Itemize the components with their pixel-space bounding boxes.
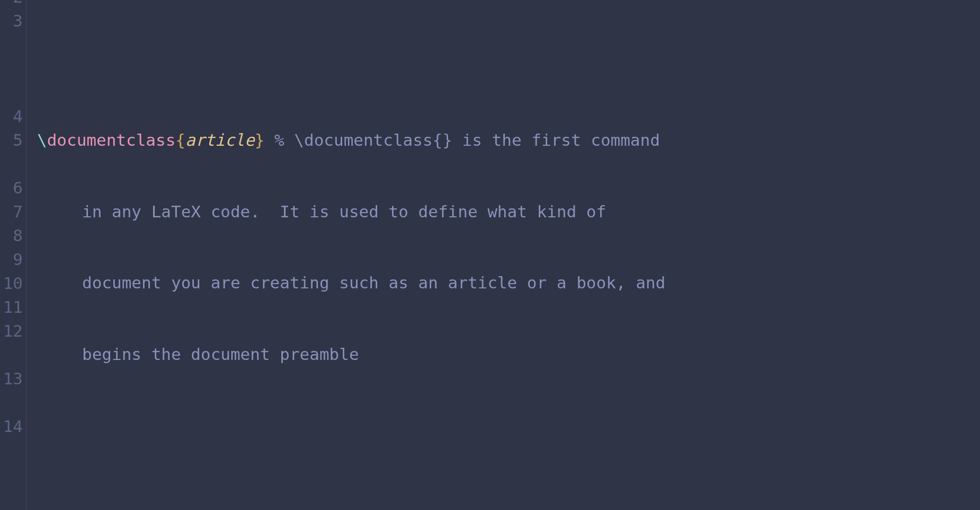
brace-close: } — [255, 130, 265, 150]
code-editor[interactable]: 2 3 4 5 6 7 8 9 10 11 12 13 14 \document… — [0, 0, 980, 510]
code-line-wrap[interactable]: begins the document preamble — [37, 342, 975, 366]
line-number: 3 — [0, 9, 26, 33]
latex-comment: % \documentclass{} is the first command — [274, 130, 670, 150]
latex-argument: article — [185, 130, 255, 150]
code-line-wrap[interactable]: in any LaTeX code. It is used to define … — [37, 200, 975, 224]
code-line[interactable] — [37, 438, 975, 462]
brace-open: { — [175, 130, 185, 150]
line-number: 6 — [0, 176, 26, 200]
line-number: 12 — [0, 319, 26, 343]
latex-comment: begins the document preamble — [82, 345, 359, 364]
line-number: 10 — [0, 271, 26, 295]
latex-backslash: \ — [37, 130, 47, 150]
line-number: 2 — [0, 0, 26, 9]
code-line[interactable]: \documentclass{article} % \documentclass… — [37, 128, 975, 152]
code-area[interactable]: \documentclass{article} % \documentclass… — [26, 0, 980, 510]
line-number: 14 — [0, 415, 26, 438]
line-number: 11 — [0, 295, 26, 319]
line-number: 5 — [0, 128, 26, 152]
line-number: 13 — [0, 367, 26, 391]
line-number: 4 — [0, 104, 26, 128]
code-line-wrap[interactable]: document you are creating such as an art… — [37, 271, 975, 295]
latex-command: documentclass — [47, 130, 176, 150]
latex-comment: document you are creating such as an art… — [82, 273, 675, 292]
line-number: 9 — [0, 248, 26, 271]
line-number: 8 — [0, 224, 26, 248]
latex-comment: in any LaTeX code. It is used to define … — [82, 202, 616, 221]
line-number: 7 — [0, 200, 26, 224]
line-number-gutter: 2 3 4 5 6 7 8 9 10 11 12 13 14 — [0, 0, 26, 510]
